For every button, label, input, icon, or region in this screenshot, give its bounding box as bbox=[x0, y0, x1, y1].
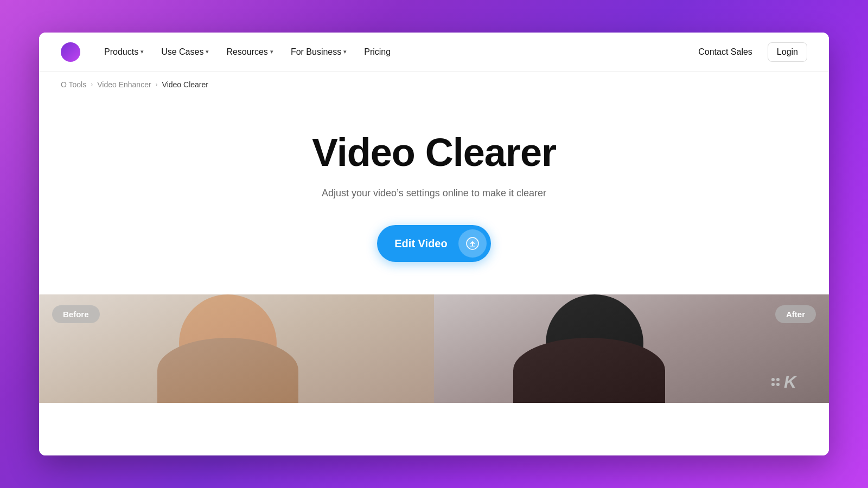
nav-right: Contact Sales Login bbox=[692, 42, 807, 62]
chevron-down-icon: ▾ bbox=[141, 48, 144, 55]
cta-label: Edit Video bbox=[394, 237, 447, 250]
navbar: Products ▾ Use Cases ▾ Resources ▾ For B… bbox=[39, 33, 829, 72]
nav-item-use-cases[interactable]: Use Cases ▾ bbox=[155, 43, 215, 61]
upload-icon bbox=[466, 237, 479, 250]
watermark-dot-1 bbox=[771, 378, 775, 381]
breadcrumb-item-tools[interactable]: O Tools bbox=[61, 80, 86, 89]
browser-window: Products ▾ Use Cases ▾ Resources ▾ For B… bbox=[39, 33, 829, 455]
upload-icon-circle bbox=[458, 229, 487, 258]
main-content: Video Clearer Adjust your video’s settin… bbox=[39, 98, 829, 403]
chevron-down-icon: ▾ bbox=[270, 48, 273, 55]
nav-pricing-label: Pricing bbox=[364, 47, 391, 57]
nav-item-products[interactable]: Products ▾ bbox=[98, 43, 150, 61]
watermark-dot-4 bbox=[776, 383, 780, 386]
nav-logo[interactable] bbox=[61, 42, 80, 62]
after-label: After bbox=[775, 305, 816, 323]
nav-for-business-label: For Business bbox=[291, 47, 341, 57]
chevron-down-icon: ▾ bbox=[343, 48, 347, 55]
breadcrumb-chevron-2: › bbox=[156, 81, 158, 88]
nav-item-pricing[interactable]: Pricing bbox=[358, 43, 397, 61]
breadcrumb: O Tools › Video Enhancer › Video Clearer bbox=[39, 72, 829, 98]
nav-item-for-business[interactable]: For Business ▾ bbox=[284, 43, 353, 61]
page-subtitle: Adjust your video’s settings online to m… bbox=[322, 188, 546, 199]
page-title: Video Clearer bbox=[312, 130, 556, 175]
contact-sales-button[interactable]: Contact Sales bbox=[692, 43, 759, 61]
nav-products-label: Products bbox=[104, 47, 138, 57]
chevron-down-icon: ▾ bbox=[206, 48, 209, 55]
login-button[interactable]: Login bbox=[768, 42, 807, 62]
before-panel: Before bbox=[39, 294, 434, 403]
watermark-letter: K bbox=[784, 372, 796, 392]
nav-links: Products ▾ Use Cases ▾ Resources ▾ For B… bbox=[98, 43, 692, 61]
after-panel: After bbox=[434, 294, 829, 403]
content-area: O Tools › Video Enhancer › Video Clearer… bbox=[39, 72, 829, 455]
nav-use-cases-label: Use Cases bbox=[161, 47, 203, 57]
watermark-dot-2 bbox=[776, 378, 780, 381]
before-after-section: Before After bbox=[39, 294, 829, 403]
breadcrumb-item-video-clearer: Video Clearer bbox=[162, 80, 208, 89]
nav-item-resources[interactable]: Resources ▾ bbox=[220, 43, 279, 61]
watermark-dot-3 bbox=[771, 383, 775, 386]
before-label: Before bbox=[52, 305, 100, 323]
watermark-dots bbox=[771, 378, 780, 386]
breadcrumb-item-video-enhancer[interactable]: Video Enhancer bbox=[97, 80, 151, 89]
breadcrumb-chevron-1: › bbox=[91, 81, 93, 88]
nav-resources-label: Resources bbox=[226, 47, 267, 57]
edit-video-button[interactable]: Edit Video bbox=[377, 225, 490, 262]
watermark: K bbox=[771, 372, 796, 392]
